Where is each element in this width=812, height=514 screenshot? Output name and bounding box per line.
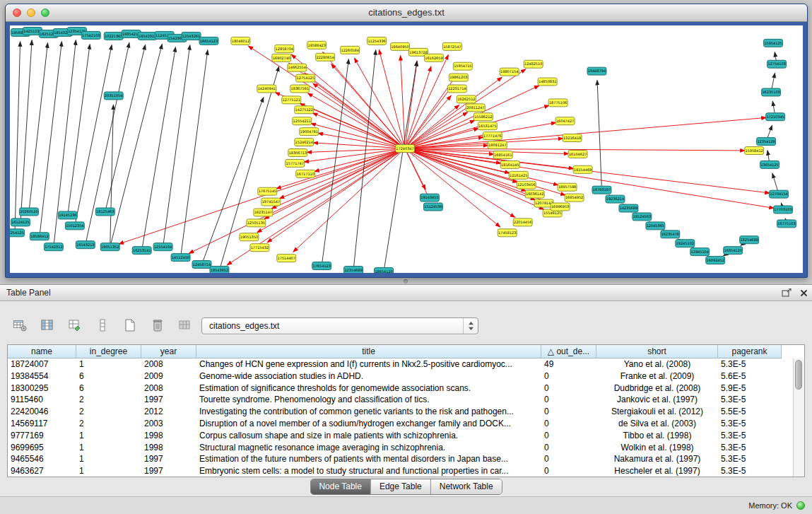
graph-node[interactable]: 15771747 xyxy=(286,159,305,167)
graph-node[interactable]: 18124563 xyxy=(632,213,652,221)
table-row[interactable]: 1872400712008Changes of HCN gene express… xyxy=(8,358,804,370)
graph-node[interactable]: 18046012 xyxy=(231,37,250,45)
graph-node[interactable]: 14512450 xyxy=(171,254,190,262)
graph-node[interactable]: 17703103 xyxy=(774,206,793,214)
graph-node[interactable]: 16793197 xyxy=(592,186,611,194)
graph-node[interactable]: 22014456 xyxy=(513,218,532,226)
graph-node[interactable]: 14240941 xyxy=(257,85,276,93)
tab-node-table[interactable]: Node Table xyxy=(310,479,371,494)
graph-node[interactable]: 22280654 xyxy=(316,53,335,61)
graph-node[interactable]: 19154469 xyxy=(573,165,592,173)
column-header-5[interactable]: short xyxy=(596,345,718,358)
graph-node[interactable]: 10221365 xyxy=(104,32,123,40)
graph-node[interactable]: 19051350 xyxy=(240,233,259,241)
graph-node[interactable]: 16902740 xyxy=(272,54,291,62)
graph-node[interactable]: 16531475 xyxy=(478,122,497,130)
graph-node[interactable]: 14235689 xyxy=(619,204,638,212)
graph-node[interactable]: 17715432 xyxy=(250,244,269,252)
graph-node[interactable]: 18543652 xyxy=(210,267,229,273)
graph-node[interactable]: 19741547 xyxy=(261,198,281,206)
graph-node[interactable]: 16717110 xyxy=(296,170,315,177)
table-row[interactable]: 969969511998Structural magnetic resonanc… xyxy=(8,442,804,454)
new-table-icon[interactable] xyxy=(120,316,140,334)
graph-node[interactable]: 12161425 xyxy=(509,171,528,179)
scrollbar-thumb[interactable] xyxy=(795,360,802,390)
column-header-1[interactable]: in_degree xyxy=(76,345,141,358)
graph-node[interactable]: 15246214 xyxy=(295,139,314,146)
graph-node[interactable]: 15958412 xyxy=(745,147,764,155)
graph-node[interactable]: 12260584 xyxy=(341,46,360,54)
graph-node[interactable]: 19051352 xyxy=(100,243,119,251)
graph-node[interactable]: 12704154 xyxy=(770,190,789,198)
graph-node[interactable]: 13216418 xyxy=(563,134,582,142)
graph-node[interactable]: 14275122 xyxy=(295,106,314,114)
table-edit-icon[interactable] xyxy=(65,316,85,334)
graph-node[interactable]: 20911247 xyxy=(466,104,485,112)
graph-node[interactable]: 19145236 xyxy=(58,211,77,219)
close-window-button[interactable] xyxy=(13,8,21,17)
minimize-window-button[interactable] xyxy=(27,8,35,17)
graph-node[interactable]: 15012354 xyxy=(65,222,84,230)
graph-node[interactable]: 19586423 xyxy=(307,41,326,49)
graph-node[interactable]: 14662554 xyxy=(288,64,307,71)
graph-node[interactable]: 18775106 xyxy=(548,99,567,107)
graph-node[interactable]: 16162659 xyxy=(424,54,443,62)
graph-node[interactable]: 17240347 xyxy=(396,145,415,153)
graph-node[interactable]: 16854952 xyxy=(565,194,584,201)
graph-node[interactable]: 12554211 xyxy=(293,117,312,125)
graph-node[interactable]: 18091247 xyxy=(488,141,507,149)
graph-node[interactable]: 16104627 xyxy=(568,150,587,158)
network-canvas[interactable]: 1724034718046012128587041958642322280654… xyxy=(10,25,803,273)
close-panel-icon[interactable] xyxy=(795,286,812,299)
graph-node[interactable]: 12354689 xyxy=(344,267,363,273)
graph-node[interactable]: 16235147 xyxy=(254,209,273,216)
graph-node[interactable]: 19861203 xyxy=(449,74,468,81)
graph-node[interactable]: 16124125 xyxy=(11,218,30,226)
graph-node[interactable]: 17542103 xyxy=(81,31,100,39)
tab-edge-table[interactable]: Edge Table xyxy=(371,479,431,494)
graph-node[interactable]: 18164145 xyxy=(500,160,519,168)
graph-node[interactable]: 12945104 xyxy=(690,248,710,256)
row-height-icon[interactable] xyxy=(93,316,112,334)
graph-node[interactable]: 18367591 xyxy=(290,85,310,93)
table-source-dropdown[interactable]: citations_edges.txt xyxy=(201,317,478,334)
graph-node[interactable]: 12458714 xyxy=(192,261,211,269)
graph-node[interactable]: 15586212 xyxy=(473,113,493,121)
graph-node[interactable]: 15872547 xyxy=(442,42,461,50)
graph-node[interactable]: 13654125 xyxy=(760,160,779,168)
graph-node[interactable]: 12201714 xyxy=(447,85,466,93)
graph-node[interactable]: 19143455 xyxy=(420,194,439,201)
graph-node[interactable]: 13254125 xyxy=(10,229,24,237)
delete-table-icon[interactable] xyxy=(148,316,167,334)
graph-node[interactable]: 15124536 xyxy=(423,203,442,211)
graph-node[interactable]: 17542312 xyxy=(44,243,63,251)
graph-node[interactable]: 19807154 xyxy=(500,68,519,76)
column-visibility-icon[interactable] xyxy=(37,316,57,334)
table-row[interactable]: 1456911722003Disruption of a novel membe… xyxy=(8,418,804,430)
graph-node[interactable]: 16543213 xyxy=(76,241,95,249)
graph-node[interactable]: 18654120 xyxy=(375,268,394,273)
graph-node[interactable]: 18125463 xyxy=(95,208,114,216)
graph-node[interactable]: 11254336 xyxy=(367,37,387,45)
graph-node[interactable]: 16640950 xyxy=(391,42,410,50)
graph-node[interactable]: 12103456 xyxy=(517,181,536,189)
table-row[interactable]: 1938455462009Genome-wide association stu… xyxy=(8,370,804,382)
graph-node[interactable]: 16253141 xyxy=(132,247,151,255)
window-titlebar[interactable]: citations_edges.txt xyxy=(6,4,807,22)
panel-splitter[interactable] xyxy=(0,278,812,284)
graph-node[interactable]: 16354120 xyxy=(724,247,743,255)
graph-node[interactable]: 18586412 xyxy=(30,233,49,240)
import-table-icon[interactable] xyxy=(175,316,195,334)
graph-node[interactable]: 17514407 xyxy=(277,255,296,262)
graph-node[interactable]: 12754125 xyxy=(296,74,315,82)
graph-node[interactable]: 16047427 xyxy=(555,117,575,125)
column-header-2[interactable]: year xyxy=(141,345,196,358)
table-row[interactable]: 2242004622012Investigating the contribut… xyxy=(8,406,804,418)
table-row[interactable]: 977716911998Corpus callosum shape and si… xyxy=(8,430,804,442)
table-settings-icon[interactable] xyxy=(10,316,30,334)
column-header-3[interactable]: title xyxy=(196,345,541,358)
graph-node[interactable]: 17654123 xyxy=(312,262,331,270)
graph-node[interactable]: 20351054 xyxy=(104,92,123,100)
tab-network-table[interactable]: Network Table xyxy=(431,479,502,494)
graph-node[interactable]: 16092452 xyxy=(706,257,725,264)
